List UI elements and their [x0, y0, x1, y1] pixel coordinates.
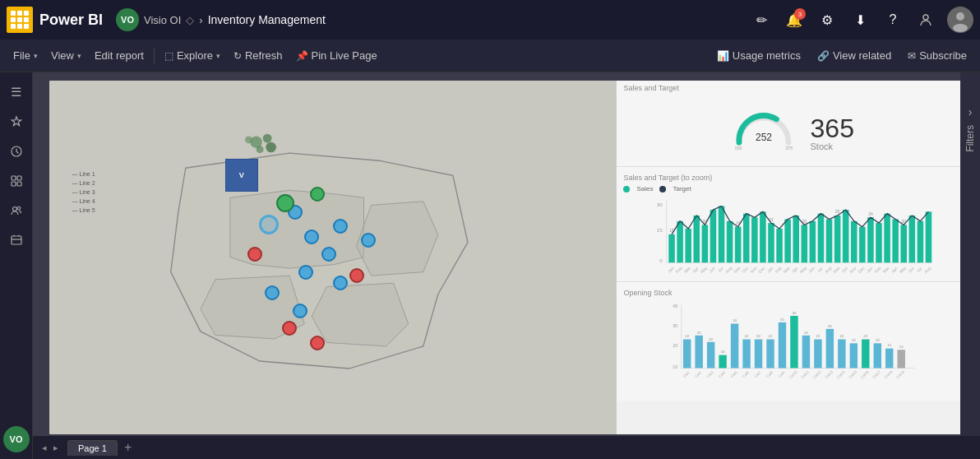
- svg-rect-70: [810, 221, 816, 262]
- svg-text:Jul: Jul: [816, 266, 824, 273]
- gauge-values: 365 Stock: [811, 115, 854, 151]
- workspace-icon: ◇: [186, 14, 194, 26]
- bell-button[interactable]: 🔔 3: [779, 5, 809, 35]
- map-marker-green-1[interactable]: [276, 194, 294, 212]
- tab-prev[interactable]: ◂: [39, 441, 49, 455]
- user-sidebar-avatar[interactable]: VO: [3, 426, 30, 452]
- svg-text:May: May: [899, 265, 908, 274]
- brand-name: Power BI: [39, 12, 103, 29]
- map-marker-red-3[interactable]: [282, 321, 297, 336]
- svg-text:22: 22: [840, 334, 844, 338]
- svg-rect-67: [802, 225, 808, 262]
- sidebar-shared-icon[interactable]: [3, 197, 30, 224]
- svg-rect-124: [743, 340, 751, 369]
- file-menu[interactable]: File ▾: [7, 46, 44, 65]
- map-marker-red-4[interactable]: [310, 336, 325, 350]
- svg-text:45: 45: [673, 304, 678, 308]
- svg-text:252: 252: [756, 132, 772, 143]
- gauge-container: 252 200 375 365 Stock: [623, 104, 957, 153]
- svg-point-14: [245, 137, 252, 144]
- page-tab-1[interactable]: Page 1: [67, 440, 118, 456]
- explore-chevron: ▾: [216, 52, 220, 60]
- subscribe-button[interactable]: ✉ Subscribe: [901, 46, 973, 65]
- gauge-section: Sales and Target 252 200 375: [617, 81, 964, 167]
- svg-text:Jul: Jul: [916, 266, 923, 273]
- sidebar-apps-icon[interactable]: [3, 168, 30, 194]
- svg-text:25: 25: [835, 209, 840, 214]
- svg-rect-43: [710, 210, 717, 262]
- sidebar-recent-icon[interactable]: [3, 138, 30, 165]
- subscribe-label: Subscribe: [919, 49, 967, 62]
- user-avatar-button[interactable]: [947, 7, 973, 33]
- refresh-label: Refresh: [245, 49, 283, 62]
- view-menu[interactable]: View ▾: [44, 46, 88, 65]
- map-marker-blue-4[interactable]: [333, 219, 348, 234]
- svg-text:Jun: Jun: [709, 266, 717, 274]
- sidebar-workspaces-icon[interactable]: [3, 227, 30, 253]
- sidebar-favorites-icon[interactable]: [3, 109, 30, 135]
- file-chevron: ▾: [34, 52, 38, 60]
- svg-text:22: 22: [769, 334, 773, 338]
- edit-report-button[interactable]: Edit report: [88, 46, 150, 65]
- svg-text:Jan: Jan: [866, 266, 874, 274]
- svg-rect-38: [694, 216, 700, 262]
- sidebar-menu-icon[interactable]: ☰: [3, 79, 30, 105]
- svg-rect-97: [909, 216, 916, 262]
- tab-next[interactable]: ▸: [51, 441, 61, 455]
- svg-rect-52: [743, 214, 750, 263]
- svg-text:May: May: [799, 265, 808, 274]
- svg-text:Oct: Oct: [841, 266, 849, 274]
- view-related-button[interactable]: 🔗 View related: [811, 46, 898, 65]
- svg-rect-109: [683, 340, 691, 369]
- tab-add-icon[interactable]: +: [121, 440, 135, 455]
- map-marker-blue-7[interactable]: [298, 265, 313, 280]
- svg-rect-49: [735, 227, 742, 263]
- svg-text:Cat9: Cat9: [778, 370, 786, 378]
- app-grid-button[interactable]: [7, 7, 33, 33]
- svg-rect-148: [839, 340, 846, 369]
- help-button[interactable]: ?: [878, 5, 908, 35]
- report-canvas[interactable]: V: [49, 81, 964, 434]
- bar-chart-title: Sales and Target (to zoom): [623, 174, 957, 182]
- refresh-button[interactable]: ↻ Refresh: [227, 46, 289, 65]
- map-marker-blue-5[interactable]: [361, 233, 376, 248]
- pencil-button[interactable]: ✏: [747, 5, 776, 35]
- svg-text:20: 20: [673, 343, 678, 348]
- share-button[interactable]: [911, 5, 941, 35]
- pin-label: Pin Live Page: [312, 49, 377, 62]
- report-name: Inventory Management: [208, 13, 326, 26]
- map-marker-blue-3[interactable]: [304, 230, 319, 244]
- svg-rect-136: [791, 316, 798, 369]
- svg-rect-45: [719, 206, 725, 263]
- legend-target-label: Target: [673, 185, 691, 192]
- user-badge: VO: [116, 8, 139, 31]
- settings-button[interactable]: ⚙: [812, 5, 842, 35]
- map-marker-blue-6[interactable]: [321, 247, 336, 262]
- gauge-big-number: 365: [811, 115, 854, 141]
- svg-text:Nov: Nov: [849, 265, 858, 274]
- explore-menu[interactable]: ⬚ Explore ▾: [158, 46, 227, 65]
- map-section: V: [49, 81, 616, 434]
- svg-rect-31: [669, 234, 676, 262]
- toolbar-right: 📊 Usage metrics 🔗 View related ✉ Subscri…: [710, 46, 973, 65]
- svg-point-2: [956, 12, 964, 21]
- svg-point-16: [257, 146, 264, 154]
- visio-panel[interactable]: V: [225, 159, 258, 192]
- svg-text:Aug: Aug: [724, 265, 733, 274]
- map-marker-blue-8[interactable]: [333, 276, 348, 290]
- svg-text:Cat10: Cat10: [788, 369, 798, 379]
- svg-text:Mar: Mar: [783, 265, 792, 274]
- usage-metrics-button[interactable]: 📊 Usage metrics: [710, 46, 807, 65]
- svg-rect-154: [862, 340, 870, 369]
- svg-text:22: 22: [757, 334, 761, 338]
- download-button[interactable]: ⬇: [845, 5, 875, 35]
- page-tab-1-label: Page 1: [78, 443, 107, 453]
- filters-chevron-icon[interactable]: ›: [968, 105, 973, 118]
- pin-live-page-button[interactable]: 📌 Pin Live Page: [289, 46, 384, 65]
- bottom-bar-section: Opening Stock 45 30 20 10 22Cat125Cat220…: [617, 282, 964, 401]
- second-toolbar: File ▾ View ▾ Edit report ⬚ Explore ▾ ↻ …: [0, 39, 980, 72]
- svg-rect-54: [752, 217, 759, 262]
- notification-badge: 3: [794, 8, 806, 20]
- svg-text:22: 22: [864, 334, 868, 338]
- filters-label[interactable]: Filters: [964, 125, 976, 152]
